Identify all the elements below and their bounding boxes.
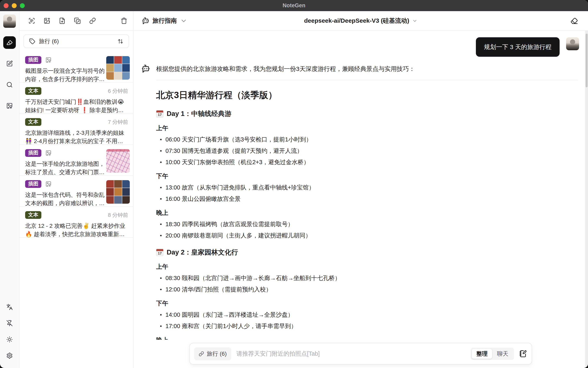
rail-button-image-up[interactable] <box>3 100 16 112</box>
image-up-icon <box>46 181 52 187</box>
scrollbar-track <box>585 31 588 368</box>
note-type-badge: 插图 <box>25 56 41 64</box>
rail-button-square-pen[interactable] <box>3 57 16 70</box>
highlighter-icon <box>6 39 13 46</box>
assistant-selector[interactable]: 旅行指南 <box>142 17 187 25</box>
chat-header: 旅行指南 deepseek-ai/DeepSeek-V3 (硅基流动) <box>133 11 588 31</box>
rail-nav <box>3 28 16 112</box>
itinerary-item: 17:00 雍和宫（关门前1小时人少，请手串需早到） <box>166 322 578 330</box>
note-card[interactable]: 文本6 分钟前千万别进天安门城门‼️血和泪的教训😭 姐妹们! 一定要听劝呀 ❗ … <box>19 83 133 114</box>
note-excerpt: 北京 12 - 2 攻略已完善✌️ 赶紧来抄作业 🔥 趁着淡季，快把北京旅游攻略… <box>25 222 128 238</box>
calendar-emoji-icon: 17 <box>156 110 163 118</box>
itinerary-list: 13:00 故宫（从东华门进免排队，重点看中轴线+珍宝馆）16:00 景山公园俯… <box>156 183 578 203</box>
period-label: 下午 <box>156 299 578 308</box>
assistant-intro: 根据您提供的北京旅游攻略和需求，我为您规划一份3天深度游行程，兼顾经典景点与实用… <box>156 64 578 73</box>
note-excerpt: 这是一张手绘的北京旅游地图，标注了景点、交通方式和门票价格，如天安… <box>25 160 105 176</box>
day-heading: 17Day 1：中轴线经典游 <box>156 109 578 118</box>
divider <box>156 80 578 80</box>
chevron-down-icon <box>412 18 417 24</box>
rail-button-search[interactable] <box>3 78 16 91</box>
period-label: 上午 <box>156 263 578 271</box>
itinerary-list: 08:30 颐和园（北宫门进→画中游→长廊→石舫→坐船到十七孔桥）12:00 清… <box>156 274 578 294</box>
rail-button-languages[interactable] <box>3 301 16 313</box>
itinerary-item: 14:00 圆明园（东门进→西洋楼遗址→全景沙盘） <box>166 311 578 319</box>
note-card[interactable]: 插图7 分钟前这是一张包含代码、符号和杂乱文本的截图，内容难以辨识，似乎涉及技术… <box>19 176 133 207</box>
model-selector[interactable]: deepseek-ai/DeepSeek-V3 (硅基流动) <box>304 17 418 25</box>
note-type-badge: 插图 <box>25 149 41 157</box>
tag-icon <box>29 38 35 44</box>
itinerary-item: 12:00 清华/西门拍照（需提前预约入校） <box>166 285 578 294</box>
note-type-badge: 插图 <box>25 180 41 188</box>
chat-input-bar: 旅行 (6) 整理 聊天 <box>189 343 532 365</box>
note-type-badge: 文本 <box>25 211 41 219</box>
itinerary-item: 20:00 南锣鼓巷逛胡同（主街人多，建议拐进帽儿胡同） <box>166 231 578 240</box>
itinerary-item: 07:30 国博无包通道参观（提前7天预约，避开人流） <box>166 147 578 155</box>
rail-button-pin-off[interactable] <box>3 317 16 330</box>
period-label: 晚上 <box>156 209 578 217</box>
left-rail <box>0 11 19 368</box>
context-chip[interactable]: 旅行 (6) <box>194 347 231 360</box>
clear-chat-button[interactable] <box>570 17 578 25</box>
notes-panel: 旅行 (6) 插图6 分钟前截图显示一段混合文字与符号的内容，包含多行无序排列的… <box>19 11 133 368</box>
link-icon[interactable] <box>89 18 96 24</box>
rail-button-sun[interactable] <box>3 333 16 346</box>
itinerary-list: 14:00 圆明园（东门进→西洋楼遗址→全景沙盘）17:00 雍和宫（关门前1小… <box>156 311 578 330</box>
image-plus-icon[interactable] <box>44 18 50 24</box>
assistant-name: 旅行指南 <box>152 17 177 25</box>
mode-chat-button[interactable]: 聊天 <box>493 349 513 359</box>
user-avatar[interactable] <box>3 14 16 28</box>
pin-off-icon <box>6 320 13 326</box>
note-card[interactable]: 文本7 分钟前北京旅游详细路线，2-3月淡季来的姐妹👭 2-4月份打算来北京玩的… <box>19 114 133 145</box>
chat-messages: 规划一下 3 天的旅游行程 根据您提供的北京旅游攻略和需求，我为您规划一份3天深… <box>133 31 585 340</box>
search-icon <box>6 82 13 88</box>
square-pen-icon <box>6 60 13 67</box>
calendar-emoji-icon: 17 <box>156 249 163 256</box>
rail-footer <box>3 297 16 362</box>
file-plus-icon[interactable] <box>59 18 65 24</box>
itinerary-list: 06:00 天安门广场看升旗（选3号安检口，提前1小时到）07:30 国博无包通… <box>156 135 578 166</box>
note-card[interactable]: 文本8 分钟前北京 12 - 2 攻略已完善✌️ 赶紧来抄作业 🔥 趁着淡季，快… <box>19 207 133 238</box>
mode-switch: 整理 聊天 <box>471 348 514 360</box>
tag-filter[interactable]: 旅行 (6) <box>24 35 129 48</box>
copy-slash-icon[interactable] <box>74 18 81 24</box>
note-excerpt: 截图显示一段混合文字与符号的内容，包含多行无序排列的字母、数字和符… <box>25 67 105 83</box>
scrollbar-thumb[interactable] <box>586 34 588 87</box>
itinerary-item: 18:30 四季民福烤鸭（故宫店观景位需提前取号） <box>166 220 578 228</box>
rail-button-settings[interactable] <box>3 349 16 362</box>
note-card[interactable]: 插图7 分钟前这是一张手绘的北京旅游地图，标注了景点、交通方式和门票价格，如天安… <box>19 145 133 176</box>
assistant-message: 根据您提供的北京旅游攻略和需求，我为您规划一份3天深度游行程，兼顾经典景点与实用… <box>156 64 578 340</box>
trash-icon[interactable] <box>121 18 127 24</box>
itinerary-item: 13:00 故宫（从东华门进免排队，重点看中轴线+珍宝馆） <box>166 183 578 192</box>
titlebar: NoteGen <box>0 0 588 11</box>
bot-icon <box>142 17 149 25</box>
model-name: deepseek-ai/DeepSeek-V3 (硅基流动) <box>304 17 409 25</box>
link-icon <box>199 351 204 357</box>
note-thumbnail <box>106 149 130 173</box>
itinerary-item: 16:00 景山公园俯瞰故宫全景 <box>166 194 578 203</box>
image-up-icon <box>6 102 13 109</box>
itinerary-list: 18:30 四季民福烤鸭（故宫店观景位需提前取号）20:00 南锣鼓巷逛胡同（主… <box>156 220 578 240</box>
write-to-note-button[interactable] <box>519 350 527 358</box>
note-card[interactable]: 插图6 分钟前截图显示一段混合文字与符号的内容，包含多行无序排列的字母、数字和符… <box>19 52 133 83</box>
note-excerpt: 北京旅游详细路线，2-3月淡季来的姐妹👭 2-4月份打算来北京玩的宝子 不用再翻… <box>25 129 128 145</box>
scan-text-icon[interactable] <box>28 18 35 24</box>
period-label: 下午 <box>156 172 578 180</box>
bot-icon <box>141 64 150 73</box>
user-message-row: 规划一下 3 天的旅游行程 <box>141 37 579 57</box>
chat-panel: 旅行指南 deepseek-ai/DeepSeek-V3 (硅基流动) 规划一下… <box>133 11 588 368</box>
sort-icon[interactable] <box>118 38 123 44</box>
note-time: 7 分钟前 <box>108 119 128 126</box>
languages-icon <box>6 304 13 310</box>
sun-icon <box>6 336 13 343</box>
context-chip-label: 旅行 (6) <box>207 350 227 358</box>
day-heading: 17Day 2：皇家园林文化行 <box>156 248 578 257</box>
period-label: 晚上 <box>156 336 578 340</box>
app-window: NoteGen 旅行 (6) 插图6 分钟前截图显示一段混合文字与符号的内容，包… <box>0 0 588 368</box>
image-up-icon <box>46 57 52 63</box>
chat-input[interactable] <box>236 350 471 357</box>
note-type-badge: 文本 <box>25 118 41 126</box>
mode-organize-button[interactable]: 整理 <box>472 349 492 359</box>
note-type-badge: 文本 <box>25 87 41 95</box>
note-excerpt: 千万别进天安门城门‼️血和泪的教训😭 姐妹们! 一定要听劝呀 ❗ 除非是预约了参… <box>25 98 128 114</box>
rail-button-highlighter[interactable] <box>3 36 16 49</box>
